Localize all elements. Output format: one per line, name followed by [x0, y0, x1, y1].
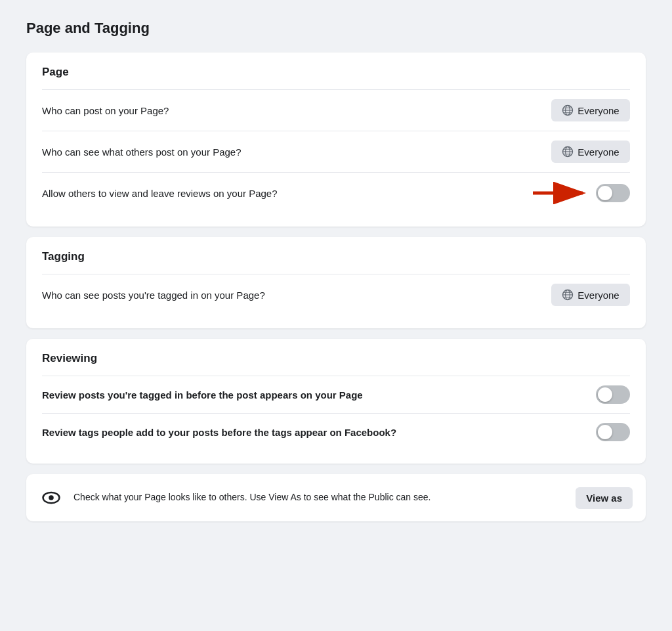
tagged-posts-value: Everyone: [578, 290, 619, 301]
review-tagged-posts-label: Review posts you're tagged in before the…: [42, 389, 596, 401]
review-tags-row: Review tags people add to your posts bef…: [42, 413, 630, 450]
review-tagged-posts-row: Review posts you're tagged in before the…: [42, 376, 630, 413]
svg-point-18: [49, 495, 54, 500]
who-can-see-posts-value: Everyone: [578, 146, 619, 158]
who-can-post-value: Everyone: [578, 105, 619, 116]
globe-icon: [562, 104, 574, 116]
eye-icon: [41, 488, 61, 508]
reviewing-section-heading: Reviewing: [42, 352, 630, 365]
globe-icon-2: [562, 146, 574, 158]
tagged-posts-button[interactable]: Everyone: [551, 284, 630, 306]
allow-reviews-label: Allow others to view and leave reviews o…: [42, 188, 532, 199]
info-bar-text: Check what your Page looks like to other…: [74, 491, 565, 504]
tagged-posts-label: Who can see posts you're tagged in on yo…: [42, 290, 551, 301]
allow-reviews-row: Allow others to view and leave reviews o…: [42, 172, 630, 213]
info-bar: Check what your Page looks like to other…: [26, 474, 646, 521]
reviewing-card: Reviewing Review posts you're tagged in …: [26, 339, 646, 464]
tagging-section-heading: Tagging: [42, 250, 630, 263]
view-as-button[interactable]: View as: [576, 487, 633, 509]
eye-icon-wrap: [39, 486, 63, 510]
page-section-heading: Page: [42, 66, 630, 79]
page-title: Page and Tagging: [26, 20, 646, 37]
who-can-post-label: Who can post on your Page?: [42, 105, 551, 116]
who-can-post-button[interactable]: Everyone: [551, 99, 630, 121]
review-tagged-posts-toggle[interactable]: [596, 385, 630, 404]
page-card: Page Who can post on your Page? Everyone…: [26, 53, 646, 227]
who-can-post-row: Who can post on your Page? Everyone: [42, 89, 630, 131]
who-can-see-posts-row: Who can see what others post on your Pag…: [42, 131, 630, 172]
who-can-see-posts-label: Who can see what others post on your Pag…: [42, 146, 551, 158]
who-can-see-posts-button[interactable]: Everyone: [551, 141, 630, 163]
allow-reviews-toggle[interactable]: [596, 184, 630, 202]
globe-icon-3: [562, 289, 574, 301]
tagging-card: Tagging Who can see posts you're tagged …: [26, 237, 646, 328]
review-tags-toggle[interactable]: [596, 423, 630, 441]
tagged-posts-row: Who can see posts you're tagged in on yo…: [42, 274, 630, 315]
red-arrow-annotation: [532, 182, 591, 204]
review-tags-label: Review tags people add to your posts bef…: [42, 427, 596, 438]
